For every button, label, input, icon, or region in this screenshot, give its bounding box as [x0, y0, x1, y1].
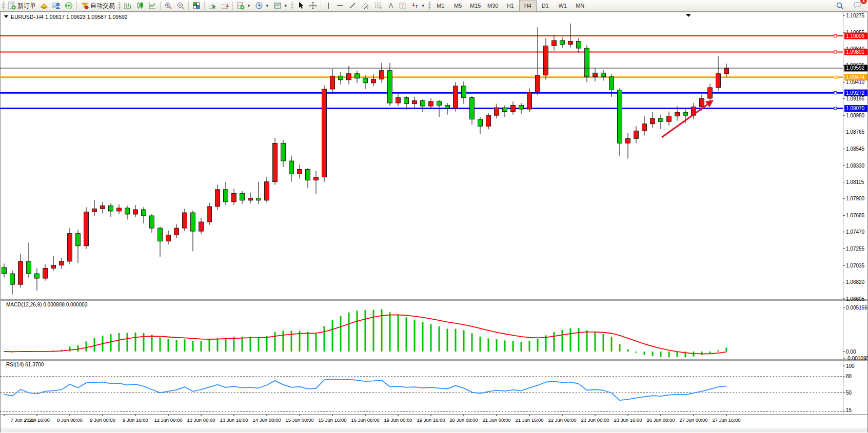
toolbar-grip[interactable]: [2, 2, 5, 10]
arrows-button[interactable]: ▼: [409, 0, 427, 12]
svg-text:T: T: [401, 4, 404, 9]
candle: [322, 89, 327, 177]
line-chart-button[interactable]: [146, 0, 159, 12]
candle: [396, 97, 401, 103]
price-tick: 1.08330: [846, 163, 865, 169]
time-label: 13 Jun 00:00: [187, 417, 215, 423]
candle: [76, 234, 81, 246]
vertical-line-button[interactable]: [323, 0, 334, 12]
macd-axis-label: -0.001095: [846, 356, 868, 361]
candle: [683, 112, 688, 115]
trendline-icon: [348, 2, 357, 10]
candle: [84, 212, 89, 245]
candle: [2, 267, 7, 274]
text-label-button[interactable]: T: [397, 0, 409, 12]
chat-button[interactable]: 1: [851, 0, 864, 12]
hat-button[interactable]: [38, 0, 50, 12]
svg-text:1.09801: 1.09801: [846, 49, 865, 55]
toolbar-grip[interactable]: [118, 2, 121, 10]
algo-trading-button[interactable]: 自动交易: [78, 0, 117, 12]
search-button[interactable]: [834, 0, 846, 12]
candle: [330, 76, 335, 89]
auto-scroll-icon: [208, 2, 216, 10]
candle: [470, 97, 475, 119]
dropdown-caret: ▼: [421, 4, 425, 8]
candle: [10, 274, 15, 284]
candles-button[interactable]: [134, 0, 146, 12]
trendline-button[interactable]: [346, 0, 359, 12]
candle: [199, 222, 204, 231]
zoom-in-button[interactable]: [162, 0, 174, 12]
line-handle: [834, 92, 837, 94]
candle: [109, 205, 113, 211]
fibonacci-button[interactable]: F: [372, 0, 385, 12]
candle: [511, 106, 516, 112]
timeframe-mn-button[interactable]: MN: [571, 0, 589, 12]
candle: [43, 268, 48, 278]
candle: [273, 143, 278, 181]
crosshair-button[interactable]: [307, 0, 319, 12]
price-tick: 1.07470: [846, 229, 865, 235]
timeframe-h1-button[interactable]: H1: [502, 0, 519, 12]
candle: [478, 119, 483, 127]
chart-legend: EURUSD-,H4 1.09617 1.09623 1.09587 1.095…: [11, 14, 128, 20]
timeframe-d1-button[interactable]: D1: [537, 0, 554, 12]
timeframe-m1-button[interactable]: M1: [432, 0, 449, 12]
chart-shift-button[interactable]: [219, 0, 231, 12]
candle: [585, 48, 589, 77]
zoom-out-button[interactable]: [174, 0, 187, 12]
candle: [445, 106, 450, 109]
main-toolbar: 新订单 自动交易: [0, 0, 868, 12]
equidistant-channel-button[interactable]: E: [359, 0, 372, 12]
toolbar-grip[interactable]: [291, 2, 293, 10]
tile-windows-button[interactable]: [190, 0, 203, 12]
horizontal-line-button[interactable]: [334, 0, 346, 12]
candle: [380, 71, 384, 79]
text-button[interactable]: A: [385, 0, 397, 12]
dropdown-caret: ▼: [284, 4, 288, 8]
candle: [412, 101, 417, 104]
periods-button[interactable]: ▼: [253, 0, 271, 12]
candle: [593, 73, 598, 77]
price-tick: 1.08980: [846, 113, 865, 118]
candle: [166, 235, 171, 241]
svg-text:1.09070: 1.09070: [846, 106, 865, 111]
timeframe-m15-button[interactable]: M15: [467, 0, 484, 12]
time-label: 20 Jun 08:00: [450, 417, 478, 423]
signals-button[interactable]: [63, 0, 75, 12]
candle: [577, 41, 581, 48]
candle: [158, 228, 163, 241]
indicators-button[interactable]: ▼: [234, 0, 253, 12]
bar-chart-button[interactable]: [122, 0, 134, 12]
new-order-button[interactable]: 新订单: [6, 0, 38, 12]
timeframe-m5-button[interactable]: M5: [449, 0, 467, 12]
algo-trading-label: 自动交易: [90, 2, 115, 10]
templates-button[interactable]: ▼: [271, 0, 290, 12]
candle: [503, 108, 507, 112]
timeframe-m30-button[interactable]: M30: [484, 0, 502, 12]
time-label: 14 Jun 08:00: [253, 417, 281, 423]
toolbar-grip[interactable]: [428, 2, 431, 10]
candle: [355, 74, 360, 78]
candle: [339, 76, 343, 80]
timeframe-w1-button[interactable]: W1: [554, 0, 571, 12]
candle: [125, 208, 130, 214]
candle: [133, 210, 138, 214]
analyst-button[interactable]: [50, 0, 63, 12]
chart-canvas[interactable]: 1.102751.100551.098401.096251.094101.091…: [0, 12, 868, 433]
rsi-level-label: 50: [846, 390, 852, 396]
arrows-icon: [411, 2, 419, 10]
candle: [306, 170, 310, 180]
candles-icon: [136, 2, 144, 10]
svg-text:1.09474: 1.09474: [846, 74, 865, 80]
time-label: 8 Jun 08:00: [57, 417, 83, 423]
candle: [634, 131, 639, 138]
cursor-button[interactable]: [294, 0, 307, 12]
timeframe-h4-button[interactable]: H4: [519, 0, 537, 12]
candle: [708, 88, 713, 98]
auto-scroll-button[interactable]: [206, 0, 219, 12]
line-handle: [834, 76, 837, 78]
search-icon: [836, 2, 844, 10]
candle: [453, 86, 458, 109]
rsi-label: RSI(14) 61.3700: [6, 362, 44, 367]
